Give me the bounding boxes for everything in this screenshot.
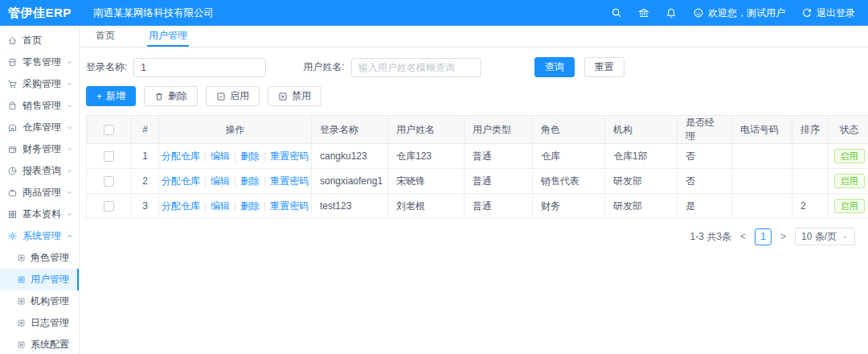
header-actions: 欢迎您，测试用户 退出登录 — [611, 6, 868, 20]
sidebar-subitem-roles[interactable]: 角色管理 — [0, 247, 79, 269]
table-toolbar: + 新增 删除 启用 禁用 — [86, 86, 855, 106]
edit-link[interactable]: 编辑 — [211, 150, 230, 163]
current-user-menu[interactable]: 欢迎您，测试用户 — [693, 6, 785, 20]
cell-role: 仓库 — [533, 144, 605, 169]
table-row: 1 分配仓库|编辑|删除|重置密码 cangku123 仓库123 普通 仓库 … — [87, 144, 868, 169]
cell-manager: 是 — [678, 194, 732, 219]
gear-icon — [7, 231, 18, 241]
x-square-icon — [278, 92, 288, 101]
op-separator: | — [234, 175, 236, 187]
delete-button[interactable]: 删除 — [144, 86, 198, 106]
sidebar-item-warehouse[interactable]: 仓库管理 — [0, 117, 79, 138]
delete-button-label: 删除 — [168, 89, 187, 103]
op-separator: | — [234, 150, 236, 162]
assign-warehouse-link[interactable]: 分配仓库 — [162, 150, 200, 163]
row-index: 3 — [132, 194, 159, 219]
row-checkbox[interactable] — [104, 176, 114, 187]
status-badge[interactable]: 启用 — [834, 149, 865, 163]
users-table: # 操作 登录名称 用户姓名 用户类型 角色 机构 是否经理 电话号码 排序 状… — [86, 115, 868, 219]
col-index: # — [132, 116, 159, 144]
sidebar-item-label: 系统管理 — [23, 229, 61, 243]
page-number-button[interactable]: 1 — [755, 228, 772, 245]
search-icon[interactable] — [611, 7, 622, 19]
col-is-manager: 是否经理 — [678, 116, 732, 144]
cell-sort: 2 — [792, 194, 829, 219]
sidebar-item-sales[interactable]: 销售管理 — [0, 95, 79, 117]
chevron-down-icon — [66, 102, 73, 109]
prev-page-button[interactable]: < — [739, 231, 747, 242]
status-badge[interactable]: 启用 — [834, 199, 865, 213]
enable-button[interactable]: 启用 — [206, 86, 260, 106]
sidebar-subitem-organizations[interactable]: 机构管理 — [0, 290, 79, 312]
plus-icon: + — [96, 91, 102, 102]
assign-warehouse-link[interactable]: 分配仓库 — [162, 200, 200, 213]
sidebar-item-home[interactable]: 首页 — [0, 30, 79, 51]
reset-password-link[interactable]: 重置密码 — [270, 150, 309, 163]
sidebar-item-finance[interactable]: 财务管理 — [0, 138, 79, 160]
sidebar-item-label: 采购管理 — [23, 77, 61, 91]
sales-bag-icon — [7, 101, 18, 111]
disable-button[interactable]: 禁用 — [268, 86, 321, 106]
chevron-down-icon — [66, 59, 73, 66]
page-size-value: 10 条/页 — [801, 230, 837, 244]
sidebar-item-label: 首页 — [23, 34, 42, 47]
tab-home[interactable]: 首页 — [94, 26, 117, 47]
cell-name: 刘老根 — [388, 194, 465, 219]
reset-password-link[interactable]: 重置密码 — [270, 200, 309, 213]
login-name-input[interactable] — [133, 58, 266, 77]
finance-wallet-icon — [7, 144, 18, 154]
delete-link[interactable]: 删除 — [240, 175, 260, 188]
trash-icon — [154, 92, 164, 101]
submenu-square-icon — [17, 275, 26, 284]
table-row: 2 分配仓库|编辑|删除|重置密码 songxiaofeng1 宋晓锋 普通 销… — [87, 169, 868, 194]
row-checkbox[interactable] — [104, 201, 114, 212]
sidebar-item-label: 仓库管理 — [23, 121, 61, 134]
edit-link[interactable]: 编辑 — [211, 200, 230, 213]
assign-warehouse-link[interactable]: 分配仓库 — [162, 175, 200, 188]
edit-link[interactable]: 编辑 — [211, 175, 230, 188]
cell-phone — [732, 144, 792, 169]
sidebar-subitem-label: 用户管理 — [31, 273, 69, 286]
next-page-button[interactable]: > — [779, 231, 788, 242]
chevron-down-icon — [841, 233, 849, 241]
sidebar-subitem-system-config[interactable]: 系统配置 — [0, 334, 79, 354]
user-name-input[interactable] — [351, 58, 481, 77]
organization-icon[interactable] — [638, 7, 649, 19]
sidebar-item-reports[interactable]: 报表查询 — [0, 160, 79, 182]
report-pie-icon — [7, 166, 18, 176]
sidebar-item-label: 基本资料 — [23, 208, 61, 221]
home-icon — [7, 35, 18, 46]
status-badge[interactable]: 启用 — [834, 174, 865, 188]
cell-org: 研发部 — [605, 194, 678, 219]
row-checkbox[interactable] — [104, 151, 114, 162]
reset-button[interactable]: 重置 — [584, 57, 624, 77]
page-size-select[interactable]: 10 条/页 — [795, 228, 855, 245]
sidebar-item-products[interactable]: 商品管理 — [0, 182, 79, 204]
delete-link[interactable]: 删除 — [240, 150, 260, 163]
row-index: 2 — [132, 169, 159, 194]
sidebar-item-basic-data[interactable]: 基本资料 — [0, 204, 79, 225]
op-separator: | — [234, 200, 236, 212]
sidebar-item-purchase[interactable]: 采购管理 — [0, 73, 79, 95]
cell-sort — [792, 169, 829, 194]
logout-label: 退出登录 — [817, 6, 855, 20]
product-briefcase-icon — [7, 187, 18, 198]
sidebar-subitem-logs[interactable]: 日志管理 — [0, 312, 79, 334]
delete-link[interactable]: 删除 — [240, 200, 260, 213]
sidebar-item-retail[interactable]: 零售管理 — [0, 51, 79, 73]
add-button[interactable]: + 新增 — [86, 86, 136, 106]
op-separator: | — [204, 150, 207, 162]
page-tabs: 首页 用户管理 — [80, 26, 868, 47]
cell-manager: 否 — [678, 169, 732, 194]
tab-user-management[interactable]: 用户管理 — [147, 26, 189, 47]
sidebar-subitem-users[interactable]: 用户管理 — [0, 269, 79, 290]
check-square-icon — [216, 92, 226, 101]
reset-password-link[interactable]: 重置密码 — [270, 175, 309, 188]
search-button[interactable]: 查询 — [534, 57, 575, 77]
app-logo: 管伊佳ERP — [0, 6, 90, 21]
select-all-checkbox[interactable] — [104, 125, 114, 135]
logout-button[interactable]: 退出登录 — [801, 6, 855, 20]
sidebar-item-label: 零售管理 — [23, 56, 61, 69]
sidebar-item-system[interactable]: 系统管理 — [0, 225, 79, 247]
notification-bell-icon[interactable] — [665, 7, 677, 19]
